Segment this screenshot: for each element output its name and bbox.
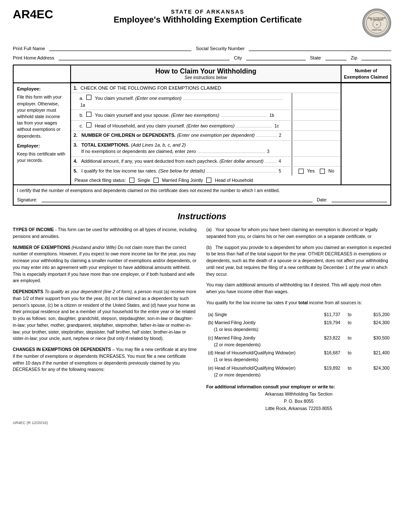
main-form-table: How to Claim Your Withholding See instru… bbox=[13, 65, 391, 206]
item1c-checkbox[interactable] bbox=[86, 122, 91, 127]
footer: AR4EC (R 12/20/16) bbox=[13, 421, 391, 425]
item1b-dots: .................................... bbox=[221, 113, 267, 118]
changes-title: CHANGES IN EXEMPTIONS OR DEPENDENTS bbox=[13, 347, 111, 352]
table-header-row: How to Claim Your Withholding See instru… bbox=[14, 65, 390, 83]
filing-married-label: Married Filing Jointly bbox=[162, 178, 203, 183]
city-label: City bbox=[234, 55, 242, 60]
income-amount: $24,300 bbox=[357, 319, 391, 334]
exemptions-column bbox=[341, 83, 390, 184]
item5-italic: (See below for details) bbox=[159, 168, 205, 173]
income-label: (c) Married Filing Jointly(2 or more dep… bbox=[206, 334, 308, 349]
filing-single-checkbox[interactable] bbox=[129, 178, 134, 183]
right-para-additional: You may claim additional amounts of with… bbox=[206, 282, 391, 295]
ssn-input-line[interactable] bbox=[249, 45, 391, 51]
item5-no-checkbox[interactable] bbox=[320, 169, 325, 174]
item5-section: 5. I qualify for the low income tax rate… bbox=[71, 167, 341, 184]
item4-content: 4. Additional amount, if any, you want d… bbox=[71, 157, 292, 166]
page-header: AR4EC STATE OF ARKANSAS Employee's Withh… bbox=[13, 8, 391, 37]
contact-line3: Little Rock, Arkansas 72203-8055 bbox=[206, 405, 391, 412]
item1a-row: a. You claim yourself. (Enter one exempt… bbox=[71, 93, 341, 110]
item5-row: 5. I qualify for the low income tax rate… bbox=[71, 167, 341, 175]
address-input-line[interactable] bbox=[59, 54, 230, 60]
item5-yes-item: Yes bbox=[299, 168, 315, 174]
item1-no-box bbox=[292, 83, 341, 93]
filing-married-checkbox[interactable] bbox=[154, 178, 159, 183]
item1b-input-box[interactable] bbox=[292, 110, 341, 120]
filing-married: Married Filing Jointly bbox=[154, 177, 203, 183]
item1a-letter: a. bbox=[80, 96, 83, 101]
income-to: to bbox=[342, 319, 357, 334]
item2-number: 2. bbox=[74, 133, 77, 138]
city-input-line[interactable] bbox=[246, 54, 306, 60]
filing-hoh-label: Head of Household bbox=[215, 178, 253, 183]
exemptions-col-header: Number of Exemptions Claimed bbox=[341, 65, 390, 82]
filing-single-label: Single bbox=[138, 178, 150, 183]
signature-row: Signature: Date: bbox=[17, 195, 387, 202]
item1a-checkbox[interactable] bbox=[86, 95, 91, 100]
types-title: TYPES OF INCOME bbox=[13, 227, 54, 232]
item4-ref: 4 bbox=[279, 159, 281, 164]
items-column: 1. CHECK ONE OF THE FOLLOWING FOR EXEMPT… bbox=[71, 83, 341, 184]
item3-input-box[interactable] bbox=[292, 141, 341, 156]
item1c-row: c. Head of Household, and you claim your… bbox=[71, 121, 341, 131]
item1c-text: Head of Household, and you claim yoursel… bbox=[95, 123, 185, 128]
number-of-exemptions-para: NUMBER OF EXEMPTIONS (Husband and/or Wif… bbox=[13, 244, 198, 285]
filing-hoh-checkbox[interactable] bbox=[206, 178, 211, 183]
item1b-checkbox[interactable] bbox=[86, 112, 91, 117]
item1b-row: b. You claim yourself and your spouse. (… bbox=[71, 110, 341, 120]
item5-number: 5. bbox=[74, 168, 77, 173]
item1c-ref: 1c bbox=[274, 124, 279, 128]
signature-line[interactable] bbox=[42, 195, 313, 202]
date-label: Date: bbox=[317, 197, 327, 202]
para-b-label: (b) bbox=[206, 245, 212, 250]
item1c-dots: ............................ bbox=[236, 123, 273, 128]
income-from: $23,822 bbox=[308, 334, 342, 349]
zip-label: Zip bbox=[351, 55, 357, 60]
income-amount: $15,200 bbox=[357, 311, 391, 319]
zip-input-line[interactable] bbox=[361, 54, 391, 60]
name-input-line[interactable] bbox=[49, 45, 192, 51]
name-row: Print Full Name Social Security Number bbox=[13, 45, 391, 51]
instructions-title: Instructions bbox=[13, 212, 391, 221]
income-from: $19,794 bbox=[308, 319, 342, 334]
date-line[interactable] bbox=[332, 195, 387, 202]
item1a-input-box[interactable] bbox=[292, 93, 341, 110]
form-title: Employee's Withholding Exemption Certifi… bbox=[53, 15, 362, 25]
state-input-line[interactable] bbox=[325, 54, 347, 60]
item1b-ref: 1b bbox=[270, 113, 274, 118]
item2-input-box[interactable] bbox=[292, 131, 341, 140]
income-amount: $24,300 bbox=[357, 364, 391, 379]
instructions-section: Instructions TYPES OF INCOME - This form… bbox=[13, 212, 391, 412]
item1a-dots: ........................................… bbox=[183, 96, 283, 101]
income-to: to bbox=[342, 334, 357, 349]
item3-dots: ........................................… bbox=[197, 149, 265, 154]
exemptions-header-text: Number of Exemptions Claimed bbox=[341, 65, 390, 82]
item3-row: 3. TOTAL EXEMPTIONS. (Add Lines 1a, b, c… bbox=[71, 141, 341, 157]
item3-sub: If no exemptions or dependents are claim… bbox=[81, 149, 196, 154]
header-title-block: STATE OF ARKANSAS Employee's Withholding… bbox=[53, 8, 362, 25]
item5-ref: 5 bbox=[279, 169, 281, 173]
item2-row: 2. NUMBER OF CHILDREN or DEPENDENTS. (En… bbox=[71, 131, 341, 141]
item1c-input-box[interactable] bbox=[292, 121, 341, 130]
item4-row: 4. Additional amount, if any, you want d… bbox=[71, 157, 341, 167]
income-table-row: (b) Married Filing Jointly(1 or less dep… bbox=[206, 319, 391, 334]
address-row: Print Home Address City State Zip bbox=[13, 54, 391, 60]
income-from: $11,737 bbox=[308, 311, 342, 319]
contact-line2: P. O. Box 8055 bbox=[206, 398, 391, 405]
dependents-italic: To qualify as your dependent (line 2 of … bbox=[45, 289, 133, 294]
instructions-columns: TYPES OF INCOME - This form can be used … bbox=[13, 226, 391, 412]
item3-content: 3. TOTAL EXEMPTIONS. (Add Lines 1a, b, c… bbox=[71, 141, 292, 156]
instructions-left-col: TYPES OF INCOME - This form can be used … bbox=[13, 226, 198, 412]
item5-yes-no: Yes No bbox=[292, 167, 341, 175]
item4-input-box[interactable] bbox=[292, 157, 341, 166]
footer-revision: AR4EC (R 12/20/16) bbox=[13, 421, 48, 425]
employee-instructions: Employee: File this form with your emplo… bbox=[14, 83, 71, 184]
right-para-a: (a) Your spouse for whom you have been c… bbox=[206, 226, 391, 240]
item5-yes-checkbox[interactable] bbox=[299, 169, 304, 174]
filing-checks: Please check filing status: Single Marri… bbox=[74, 177, 337, 183]
item1-text: CHECK ONE OF THE FOLLOWING FOR EXEMPTION… bbox=[80, 85, 221, 91]
income-label: (e) Head of Household/Qualifying Widow(e… bbox=[206, 364, 308, 379]
how-claim-title: How to Claim Your Withholding bbox=[73, 68, 339, 75]
how-claim-col-header: How to Claim Your Withholding See instru… bbox=[71, 65, 341, 82]
personal-info-section: Print Full Name Social Security Number P… bbox=[13, 45, 391, 60]
